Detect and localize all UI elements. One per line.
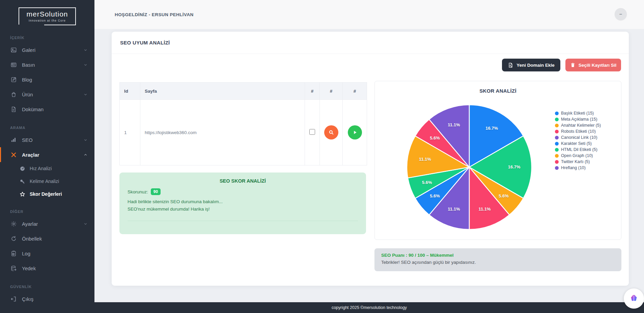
tools-icon: [10, 151, 17, 158]
app-logo: merSolution Innovation at the Core: [19, 7, 76, 25]
sidebar-item-onbellek[interactable]: Önbellek: [0, 231, 94, 246]
pie-percent-label: 5.6%: [499, 193, 509, 198]
legend-item[interactable]: Twitter Kartı (5): [555, 159, 601, 164]
legend-item[interactable]: Anahtar Kelimeler (5): [555, 123, 601, 128]
sidebar-subitem-skor-degerleri[interactable]: Skor Değerleri: [0, 188, 94, 200]
result-headline: SEO Puanı : 90 / 100 – Mükemmel: [381, 253, 615, 258]
file-edit-icon: [508, 62, 513, 68]
legend-item[interactable]: Karakter Seti (5): [555, 141, 601, 146]
column-header-run: #: [343, 83, 367, 100]
legend-item[interactable]: Meta Açıklama (15): [555, 117, 601, 122]
sidebar-item-seo[interactable]: SEO: [0, 132, 94, 147]
legend-dot: [555, 124, 559, 127]
clipboard-clock-icon: [10, 250, 17, 257]
gear-icon: [10, 220, 17, 227]
logout-icon: [10, 295, 17, 302]
pie-chart: 16.7%16.7%5.6%11.1%11.1%5.6%5.6%11.1%5.6…: [405, 103, 533, 231]
sidebar-item-label: Çıkış: [22, 296, 33, 302]
legend-item[interactable]: HTML Dil Etiketi (5): [555, 147, 601, 152]
column-header-id: Id: [120, 83, 140, 100]
logo-title: merSolution: [23, 10, 72, 18]
topbar: HOŞGELDİNİZ - ERSUN PEHLİVAN −: [94, 0, 644, 29]
sidebar-item-yedek[interactable]: Yedek: [0, 261, 94, 276]
seo-icon: [10, 136, 17, 143]
card-header: SEO UYUM ANALİZİ: [112, 32, 629, 54]
page-title: SEO UYUM ANALİZİ: [120, 40, 170, 45]
sidebar-item-galeri[interactable]: Galeri: [0, 42, 94, 57]
document-icon: [10, 106, 17, 113]
legend-dot: [555, 166, 559, 170]
sidebar-subitem-kelime-analizi[interactable]: Kelime Analizi: [0, 175, 94, 188]
nav-section-arama: ARAMA: [10, 126, 94, 130]
sidebar-item-log[interactable]: Log: [0, 246, 94, 261]
copyright-text: copyright 2025 ©mersolution technology: [332, 305, 407, 310]
cell-url: https://lojistikweb360.com: [140, 100, 305, 165]
sidebar-subitem-label: Hız Analizi: [30, 166, 52, 171]
sidebar-item-cikis[interactable]: Çıkış: [0, 291, 94, 306]
search-icon: [328, 129, 334, 135]
pie-percent-label: 5.6%: [430, 135, 440, 140]
score-message-2: SEO'nuz mükemmel durumda! Harika iş!: [128, 206, 358, 213]
sidebar-item-dokuman[interactable]: Doküman: [0, 102, 94, 117]
legend-dot: [555, 160, 559, 164]
score-chart-card: SKOR ANALİZİ 16.7%16.7%5.6%11.1%11.1%5.6…: [374, 81, 621, 240]
legend-label: HTML Dil Etiketi (5): [561, 147, 597, 152]
sidebar-item-label: Log: [22, 251, 30, 256]
sidebar: merSolution Innovation at the Core İÇERİ…: [0, 0, 94, 313]
legend-dot: [555, 118, 559, 121]
legend-item[interactable]: Open Graph (10): [555, 153, 601, 158]
legend-label: Meta Açıklama (15): [561, 117, 597, 122]
add-domain-button[interactable]: Yeni Domain Ekle: [502, 59, 560, 71]
chevron-down-icon: [83, 48, 88, 52]
seo-result-box: SEO Puanı : 90 / 100 – Mükemmel Tebrikle…: [374, 248, 621, 271]
pie-percent-label: 11.1%: [448, 122, 460, 127]
chart-title: SKOR ANALİZİ: [375, 88, 621, 94]
footer: copyright 2025 ©mersolution technology: [94, 302, 644, 313]
assistant-fab[interactable]: [624, 288, 644, 309]
pie-percent-label: 11.1%: [419, 157, 431, 162]
seo-score-box: SEO SKOR ANALİZİ Skorunuz: 90 Hadi birli…: [119, 173, 366, 234]
column-header-analyze: #: [320, 83, 343, 100]
chevron-up-icon: [83, 153, 88, 157]
nav-section-guvenlik: GÜVENLİK: [10, 285, 94, 289]
sidebar-item-blog[interactable]: Blog: [0, 72, 94, 87]
sidebar-item-label: Galeri: [22, 47, 35, 53]
pie-percent-label: 16.7%: [508, 164, 521, 169]
blog-icon: [10, 76, 17, 83]
cell-id: 1: [120, 100, 140, 165]
press-icon: [10, 61, 17, 68]
legend-label: Başlık Etiketi (15): [561, 111, 594, 116]
sidebar-subitem-hiz-analizi[interactable]: Hız Analizi: [0, 162, 94, 175]
delete-selected-button[interactable]: Seçili Kayıtları Sil: [565, 59, 621, 71]
sidebar-item-ayarlar[interactable]: Ayarlar: [0, 216, 94, 231]
sidebar-subitem-label: Skor Değerleri: [30, 191, 62, 197]
pie-percent-label: 16.7%: [485, 126, 498, 131]
sidebar-item-label: Blog: [22, 77, 32, 83]
sidebar-item-label: Doküman: [22, 106, 44, 112]
star-icon: [19, 191, 25, 197]
table-header-row: Id Sayfa # # #: [120, 83, 367, 100]
sidebar-item-basin[interactable]: Basın: [0, 57, 94, 72]
sidebar-item-urun[interactable]: Ürün: [0, 87, 94, 102]
legend-item[interactable]: Canonical Link (10): [555, 135, 601, 140]
legend-dot: [555, 154, 559, 158]
collapse-button[interactable]: −: [615, 8, 627, 20]
chevron-down-icon: [83, 222, 88, 226]
run-button[interactable]: [348, 125, 362, 139]
legend-item[interactable]: Başlık Etiketi (15): [555, 111, 601, 116]
legend-item[interactable]: Hreflang (10): [555, 165, 601, 170]
chevron-down-icon: [83, 63, 88, 67]
pie-percent-label: 11.1%: [448, 207, 460, 212]
nav-section-icerik: İÇERİK: [10, 36, 94, 40]
chevron-down-icon: [83, 92, 88, 97]
sidebar-nav: İÇERİK Galeri Basın Blog: [0, 25, 94, 306]
column-header-sayfa: Sayfa: [140, 83, 305, 100]
row-checkbox[interactable]: [309, 129, 315, 135]
analyze-button[interactable]: [324, 125, 338, 139]
key-icon: [19, 178, 25, 184]
pie-percent-label: 11.1%: [478, 207, 491, 212]
sidebar-item-label: Yedek: [22, 265, 36, 271]
legend-item[interactable]: Robots Etiketi (10): [555, 129, 601, 134]
sidebar-item-label: Ürün: [22, 92, 33, 97]
sidebar-item-araclar[interactable]: Araçlar: [0, 147, 94, 162]
